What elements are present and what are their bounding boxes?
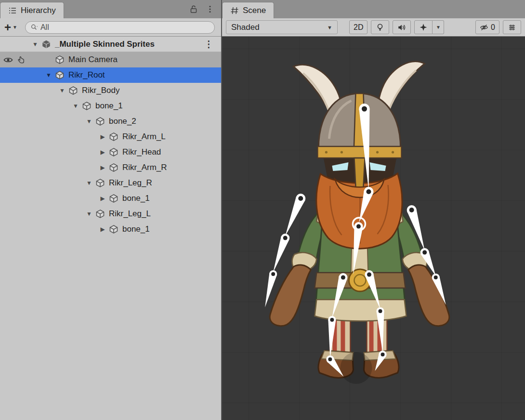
foldout-arrow[interactable]: ▼ (29, 41, 41, 48)
cube-icon (95, 209, 105, 219)
hierarchy-item-label: bone_1 (95, 101, 123, 111)
scene-view[interactable] (222, 37, 525, 420)
cube-icon (109, 147, 119, 158)
root-bone-circle-gizmo[interactable] (340, 352, 372, 384)
cube-icon (95, 117, 105, 127)
hierarchy-item-label: _Multiple Skinned Sprites (55, 39, 155, 49)
create-object-button[interactable]: + ▼ (4, 22, 17, 33)
foldout-arrow[interactable]: ▶ (96, 195, 109, 202)
tab-hierarchy[interactable]: Hierarchy (0, 2, 64, 18)
scene-effects-dropdown[interactable]: ▼ (433, 20, 444, 34)
tab-scene-label: Scene (243, 6, 266, 15)
search-input[interactable] (40, 23, 210, 32)
speaker-icon (397, 23, 406, 32)
hierarchy-tabstrip: Hierarchy (0, 0, 221, 18)
hidden-count-label: 0 (491, 23, 495, 32)
hierarchy-item-label: Rikr_Arm_L (122, 132, 166, 142)
lock-icon[interactable] (189, 5, 198, 13)
toggle-2d-button[interactable]: 2D (349, 20, 368, 34)
scene-tabstrip: Scene (222, 0, 525, 18)
hierarchy-row-main-camera[interactable]: Main Camera (0, 52, 221, 67)
hierarchy-item-label: bone_1 (122, 224, 150, 234)
foldout-arrow[interactable]: ▶ (96, 133, 109, 140)
cube-icon (109, 194, 119, 204)
plus-icon: + (4, 22, 11, 33)
scene-lighting-button[interactable] (371, 20, 389, 34)
pick-icon[interactable] (17, 56, 25, 64)
hierarchy-search[interactable] (25, 21, 215, 34)
tab-scene[interactable]: Scene (222, 2, 274, 18)
hierarchy-item-label: Rikr_Body (82, 86, 119, 95)
hierarchy-item-label: bone_1 (122, 194, 150, 203)
hierarchy-row-rikr-arm-r[interactable]: ▶Rikr_Arm_R (0, 160, 221, 175)
scene-effects-group: ▼ (414, 20, 444, 34)
light-bulb-icon (376, 23, 384, 32)
hierarchy-tree: ▼_Multiple Skinned Sprites⋮Main Camera▼R… (0, 37, 221, 420)
cube-icon (109, 132, 119, 142)
foldout-arrow[interactable]: ▼ (56, 87, 68, 94)
foldout-arrow[interactable]: ▼ (83, 180, 95, 186)
hierarchy-panel: Hierarchy + ▼ ▼_Multiple Skinned Sprites… (0, 0, 222, 420)
foldout-arrow[interactable]: ▼ (69, 103, 82, 109)
hierarchy-row-rikr-leg-r[interactable]: ▼Rikr_Leg_R (0, 175, 221, 191)
hierarchy-item-label: Rikr_Arm_R (122, 163, 167, 172)
scene-canvas (222, 37, 525, 420)
cube-icon (55, 55, 65, 65)
hierarchy-tab-controls (183, 0, 221, 18)
hierarchy-row-bone-1[interactable]: ▶bone_1 (0, 191, 221, 206)
hierarchy-toolbar: + ▼ (0, 18, 221, 37)
foldout-arrow[interactable]: ▶ (96, 164, 109, 171)
hierarchy-row-bone-2[interactable]: ▼bone_2 (0, 114, 221, 129)
foldout-arrow[interactable]: ▶ (96, 226, 109, 233)
cube-icon (109, 224, 119, 235)
scene-audio-button[interactable] (393, 20, 411, 34)
cube-icon (109, 163, 119, 173)
scene-grid-icon (230, 6, 239, 15)
foldout-arrow[interactable]: ▶ (96, 149, 109, 156)
chevron-down-icon: ▼ (13, 25, 17, 30)
row-gutter (0, 56, 29, 64)
scene-effects-button[interactable] (414, 20, 433, 34)
toggle-2d-label: 2D (354, 23, 363, 32)
scene-visibility-button[interactable]: 0 (475, 20, 499, 34)
hierarchy-row-bone-1[interactable]: ▶bone_1 (0, 222, 221, 237)
hierarchy-row-rikr-root[interactable]: ▼Rikr_Root (0, 67, 221, 83)
hierarchy-row--multiple-skinned-sprites[interactable]: ▼_Multiple Skinned Sprites⋮ (0, 37, 221, 52)
bone-gizmo[interactable] (285, 194, 305, 236)
hierarchy-item-label: Main Camera (68, 55, 118, 65)
eye-icon[interactable] (3, 56, 13, 64)
search-icon (30, 23, 39, 31)
chevron-down-icon: ▼ (327, 25, 332, 30)
hierarchy-item-label: Rikr_Head (122, 147, 161, 157)
foldout-arrow[interactable]: ▼ (42, 72, 55, 79)
kebab-menu-icon[interactable] (206, 5, 214, 13)
cube-icon (95, 178, 105, 188)
foldout-arrow[interactable]: ▼ (83, 210, 95, 217)
unity-scene-icon (41, 39, 52, 49)
hierarchy-row-rikr-body[interactable]: ▼Rikr_Body (0, 83, 221, 98)
hierarchy-row-bone-1[interactable]: ▼bone_1 (0, 98, 221, 114)
cube-icon (55, 70, 65, 80)
grid-settings-icon (508, 23, 516, 32)
hierarchy-row-rikr-head[interactable]: ▶Rikr_Head (0, 144, 221, 160)
hierarchy-item-label: Rikr_Leg_R (109, 178, 152, 188)
hierarchy-row-rikr-leg-l[interactable]: ▼Rikr_Leg_L (0, 206, 221, 222)
scene-panel: Scene Shaded ▼ 2D ▼ (222, 0, 525, 420)
hierarchy-item-label: Rikr_Root (68, 70, 105, 80)
hierarchy-item-label: bone_2 (109, 117, 136, 126)
cube-icon (68, 86, 79, 96)
chevron-down-icon: ▼ (436, 25, 441, 30)
foldout-arrow[interactable]: ▼ (83, 118, 95, 125)
grid-settings-button[interactable] (503, 20, 521, 34)
cube-icon (82, 101, 92, 111)
effects-icon (419, 23, 428, 32)
eye-slash-icon (480, 23, 488, 32)
hierarchy-list-icon (8, 6, 17, 15)
bone-gizmo[interactable] (273, 234, 289, 272)
hierarchy-row-rikr-arm-l[interactable]: ▶Rikr_Arm_L (0, 129, 221, 144)
scene-toolbar: Shaded ▼ 2D ▼ (222, 18, 525, 37)
unity-editor: Hierarchy + ▼ ▼_Multiple Skinned Sprites… (0, 0, 525, 420)
draw-mode-label: Shaded (231, 23, 260, 32)
draw-mode-dropdown[interactable]: Shaded ▼ (226, 20, 338, 34)
kebab-menu-icon[interactable]: ⋮ (204, 39, 221, 50)
